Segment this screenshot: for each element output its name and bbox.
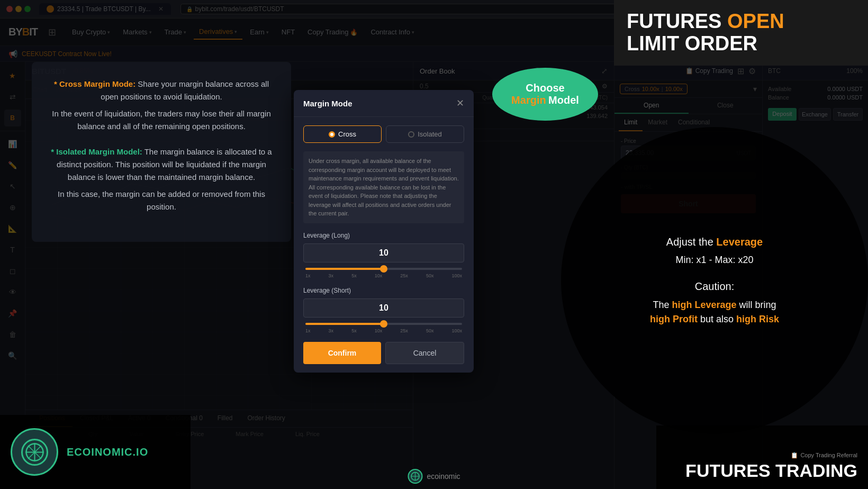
bottom-right-brand: 📋 Copy Trading Referral FUTURES TRADING xyxy=(656,425,868,489)
high-profit-text: high Profit xyxy=(650,314,698,324)
mark-25x: 25x xyxy=(400,273,408,278)
copy-trading-ref: 📋 Copy Trading Referral xyxy=(791,452,857,459)
cross-explanation: * Cross Margin Mode: Share your margin b… xyxy=(48,78,275,133)
high-leverage-text: high Leverage xyxy=(672,300,736,310)
bubble-model-text: Model xyxy=(548,94,579,106)
isolated-radio xyxy=(408,131,414,138)
caution-text: The high Leverage will bring high Profit… xyxy=(650,298,779,327)
bottom-left-brand: ECOINOMIC.IO xyxy=(0,415,191,489)
leverage-long-section: Leverage (Long) 10 1x 3x 5x 10x 25x 50x … xyxy=(303,232,464,278)
leverage-short-marks: 1x 3x 5x 10x 25x 50x 100x xyxy=(305,328,462,333)
brand-name: ECOINOMIC.IO xyxy=(67,446,148,458)
caution-title: Caution: xyxy=(695,280,735,293)
watermark-text: ecoinomic xyxy=(427,472,460,481)
bottom-center-watermark: ecoinomic xyxy=(408,469,460,484)
mark-3x: 3x xyxy=(329,273,334,278)
high-risk-text: high Risk xyxy=(736,314,779,324)
ecoinomic-logo-svg xyxy=(20,438,49,467)
right-info-circle: Adjust the Leverage Min: x1 - Max: x20 C… xyxy=(561,127,868,434)
mark-100x: 100x xyxy=(451,328,462,333)
leverage-long-marks: 1x 3x 5x 10x 25x 50x 100x xyxy=(305,273,462,278)
mark-1x: 1x xyxy=(305,273,311,278)
mark-100x: 100x xyxy=(451,273,462,278)
futures-banner: FUTURES OPEN LIMIT ORDER xyxy=(614,0,868,66)
leverage-long-track xyxy=(305,268,462,270)
cross-option[interactable]: Cross xyxy=(303,125,382,143)
isolated-margin-title: * Isolated Margin Model: xyxy=(51,147,142,156)
modal-body: Cross Isolated Under cross margin, all a… xyxy=(294,117,474,373)
leverage-short-section: Leverage (Short) 10 1x 3x 5x 10x 25x 50x… xyxy=(303,287,464,333)
cross-radio xyxy=(329,131,335,138)
leverage-long-label: Leverage (Long) xyxy=(303,232,464,239)
leverage-short-display: 10 xyxy=(303,298,464,318)
margin-mode-modal: Margin Mode ✕ Cross Isolated Under cross… xyxy=(294,90,474,373)
leverage-range: Min: x1 - Max: x20 xyxy=(675,255,753,266)
copy-trading-ref-text: Copy Trading Referral xyxy=(800,452,857,458)
mark-3x: 3x xyxy=(329,328,334,333)
leverage-word: Leverage xyxy=(716,236,763,248)
modal-header: Margin Mode ✕ xyxy=(294,90,474,117)
leverage-long-slider[interactable]: 1x 3x 5x 10x 25x 50x 100x xyxy=(303,268,464,278)
futures-trading-title: FUTURES TRADING xyxy=(685,461,857,481)
modal-close-button[interactable]: ✕ xyxy=(456,97,464,109)
isolated-explanation-title: * Isolated Margin Model: The margin bala… xyxy=(48,146,275,184)
limit-order-title: LIMIT ORDER xyxy=(627,33,855,55)
margin-toggle: Cross Isolated xyxy=(303,125,464,143)
leverage-short-thumb[interactable] xyxy=(380,320,387,328)
leverage-short-track xyxy=(305,323,462,325)
modal-buttons: Confirm Cancel xyxy=(303,342,464,364)
bubble-margin-row: Margin Model xyxy=(511,94,579,106)
choose-margin-bubble: Choose Margin Model xyxy=(492,68,598,121)
mark-50x: 50x xyxy=(426,328,434,333)
cross-explanation-body: In the event of liquidation, the traders… xyxy=(48,107,275,133)
mark-5x: 5x xyxy=(351,328,357,333)
leverage-short-label: Leverage (Short) xyxy=(303,287,464,294)
cross-label: Cross xyxy=(338,130,356,138)
left-explanation-box: * Cross Margin Mode: Share your margin b… xyxy=(32,62,291,242)
bubble-margin-text: Margin xyxy=(511,94,546,106)
confirm-button[interactable]: Confirm xyxy=(303,342,381,364)
cross-margin-title: * Cross Margin Mode: xyxy=(54,79,135,88)
copy-trading-ref-icon: 📋 xyxy=(791,452,798,459)
modal-title: Margin Mode xyxy=(303,99,352,108)
margin-description: Under cross margin, all available balanc… xyxy=(303,151,464,223)
isolated-explanation: * Isolated Margin Model: The margin bala… xyxy=(48,146,275,213)
cross-explanation-title: * Cross Margin Mode: Share your margin b… xyxy=(48,78,275,103)
ecoinomic-small-logo xyxy=(408,469,422,484)
mark-1x: 1x xyxy=(305,328,311,333)
adjust-leverage-title: Adjust the Leverage xyxy=(666,234,763,249)
mark-25x: 25x xyxy=(400,328,408,333)
futures-title: FUTURES OPEN xyxy=(627,11,855,33)
mark-10x: 10x xyxy=(375,328,383,333)
futures-word: FUTURES xyxy=(627,10,721,32)
open-word: OPEN xyxy=(727,10,784,32)
isolated-explanation-body: In this case, the margin can be added or… xyxy=(48,188,275,213)
mark-10x: 10x xyxy=(375,273,383,278)
leverage-long-display: 10 xyxy=(303,243,464,262)
ecoinomic-logo xyxy=(11,428,58,476)
bubble-choose-text: Choose xyxy=(526,82,564,94)
leverage-short-slider[interactable]: 1x 3x 5x 10x 25x 50x 100x xyxy=(303,323,464,333)
mark-5x: 5x xyxy=(351,273,357,278)
isolated-label: Isolated xyxy=(418,130,442,138)
mark-50x: 50x xyxy=(426,273,434,278)
isolated-option[interactable]: Isolated xyxy=(386,125,464,143)
leverage-long-thumb[interactable] xyxy=(380,265,387,273)
small-logo-svg xyxy=(410,472,420,481)
cancel-button[interactable]: Cancel xyxy=(385,342,464,364)
